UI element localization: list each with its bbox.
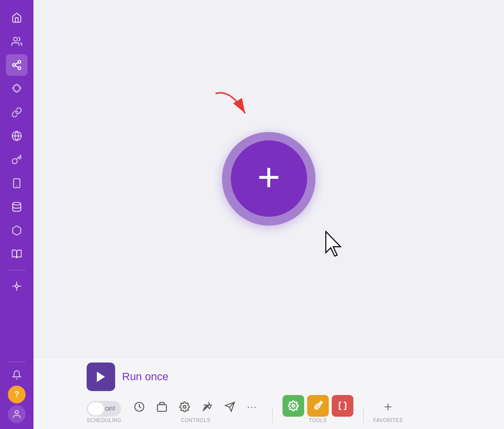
svg-line-4	[15, 66, 18, 67]
svg-point-11	[15, 285, 18, 288]
svg-marker-18	[97, 372, 105, 382]
sidebar-item-puzzle[interactable]	[6, 78, 28, 99]
bottom-toolbar: Run once OFF SCHEDULING	[33, 357, 504, 429]
play-icon	[94, 370, 108, 384]
controls-row: OFF SCHEDULING	[87, 395, 496, 423]
settings-green-icon	[288, 400, 299, 411]
sidebar-item-database[interactable]	[6, 196, 28, 218]
magic-button[interactable]	[197, 397, 217, 417]
sidebar-item-mobile[interactable]	[6, 172, 28, 194]
favorites-label: FAVORITES	[374, 418, 403, 423]
settings-icon	[179, 401, 190, 412]
controls-label: CONTROLS	[181, 418, 211, 423]
tool-orange-button[interactable]	[307, 395, 329, 417]
toggle-thumb	[88, 402, 104, 415]
sidebar: ?	[0, 0, 33, 429]
toolbar-separator-2	[363, 408, 364, 423]
add-button-inner: +	[231, 140, 307, 217]
cursor-indicator	[322, 229, 346, 259]
svg-point-10	[13, 202, 21, 205]
arrow-annotation	[201, 84, 265, 133]
sidebar-item-key[interactable]	[6, 149, 28, 170]
favorites-section: + FAVORITES	[374, 397, 403, 423]
sidebar-item-globe[interactable]	[6, 125, 28, 147]
magic-icon	[202, 401, 213, 412]
sidebar-bottom-divider	[8, 362, 26, 362]
more-button[interactable]: ···	[243, 397, 262, 417]
svg-point-21	[183, 405, 186, 408]
add-favorite-button[interactable]: +	[378, 397, 398, 417]
svg-point-0	[14, 37, 17, 41]
run-section: Run once	[87, 363, 496, 391]
clock-button[interactable]	[129, 397, 149, 417]
tool-red-button[interactable]	[332, 395, 353, 417]
scheduling-label: SCHEDULING	[87, 418, 122, 423]
toggle-label: OFF	[105, 406, 120, 412]
controls-section: ··· CONTROLS	[129, 397, 262, 423]
svg-rect-20	[157, 404, 166, 411]
tools-section: TOOLS	[283, 395, 353, 423]
send-button[interactable]	[220, 397, 240, 417]
sidebar-item-home[interactable]	[6, 7, 28, 29]
sidebar-item-node[interactable]	[6, 275, 28, 297]
svg-point-16	[15, 411, 19, 414]
svg-point-28	[292, 404, 295, 407]
wrench-icon	[313, 401, 323, 411]
svg-line-5	[15, 63, 18, 65]
sidebar-item-cube[interactable]	[6, 220, 28, 241]
add-button[interactable]: +	[222, 132, 315, 226]
sidebar-item-help[interactable]: ?	[8, 386, 26, 403]
sidebar-item-users[interactable]	[6, 31, 28, 52]
sidebar-item-user[interactable]	[8, 405, 26, 423]
scheduling-toggle[interactable]: OFF	[87, 401, 121, 417]
main-content: + Run once OFF SCHEDULI	[33, 0, 504, 429]
sidebar-item-bell[interactable]	[8, 366, 26, 384]
camera-button[interactable]	[152, 397, 172, 417]
sidebar-item-link[interactable]	[6, 101, 28, 123]
run-once-label: Run once	[122, 370, 168, 383]
settings-button[interactable]	[175, 397, 194, 417]
scheduling-section: OFF SCHEDULING	[87, 401, 122, 423]
more-icon: ···	[247, 402, 257, 412]
canvas-area: +	[33, 0, 504, 357]
sidebar-bottom: ?	[8, 360, 26, 423]
sidebar-item-share[interactable]	[6, 54, 28, 76]
tool-green-button[interactable]	[283, 395, 304, 417]
clock-icon	[134, 401, 145, 412]
tools-label: TOOLS	[309, 418, 326, 423]
brackets-icon	[337, 400, 348, 411]
sidebar-divider	[8, 270, 26, 270]
send-icon	[224, 401, 235, 412]
run-once-button[interactable]	[87, 363, 115, 391]
plus-icon: +	[257, 158, 281, 197]
plus-favorite-icon: +	[384, 399, 392, 415]
toolbar-separator-1	[272, 408, 273, 423]
camera-icon	[157, 401, 167, 412]
sidebar-item-book[interactable]	[6, 243, 28, 265]
